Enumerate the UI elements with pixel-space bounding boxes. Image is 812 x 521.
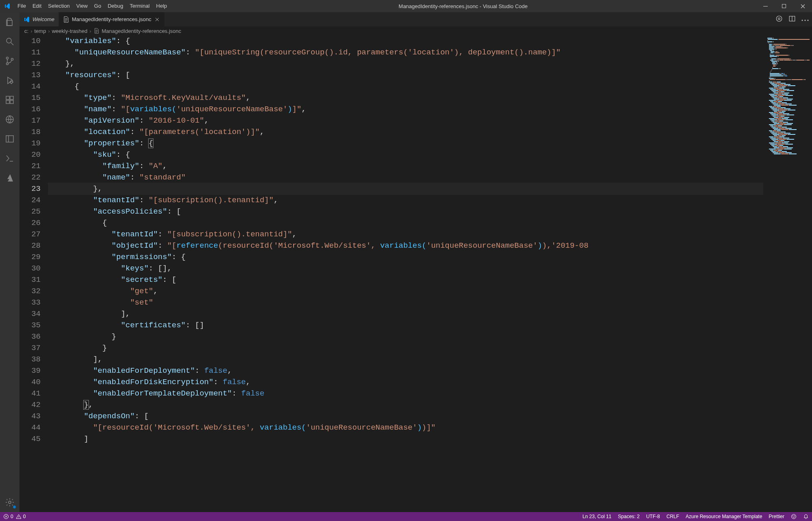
line-number[interactable]: 21 [19,160,41,172]
code-line[interactable]: "enabledForDeployment": false, [48,365,763,376]
code-line[interactable]: "variables": { [48,35,763,47]
status-spaces[interactable]: Spaces: 2 [618,514,639,519]
line-number[interactable]: 38 [19,354,41,365]
line-number[interactable]: 43 [19,411,41,422]
line-number[interactable]: 30 [19,263,41,274]
code-line[interactable]: "accessPolicies": [ [48,206,763,217]
activity-remote[interactable] [0,110,19,129]
code-line[interactable]: ], [48,354,763,365]
activity-explorer[interactable] [0,12,19,32]
code-line[interactable]: "type": "Microsoft.KeyVault/vaults", [48,92,763,104]
preview-icon[interactable] [775,15,783,24]
code-line[interactable]: "set" [48,297,763,308]
feedback-icon[interactable] [791,514,797,519]
activity-extensions[interactable] [0,90,19,110]
bell-icon[interactable] [803,514,809,519]
menu-help[interactable]: Help [153,0,171,12]
code-line[interactable]: "sku": { [48,149,763,160]
line-number[interactable]: 35 [19,320,41,331]
close-icon[interactable] [154,16,160,23]
status-errors[interactable]: 0 [3,514,13,519]
code-line[interactable]: }, [48,183,763,195]
menu-terminal[interactable]: Terminal [126,0,153,12]
line-number[interactable]: 10 [19,35,41,47]
line-number[interactable]: 42 [19,399,41,411]
menu-view[interactable]: View [73,0,91,12]
line-number[interactable]: 32 [19,285,41,297]
code-line[interactable]: { [48,81,763,92]
line-number[interactable]: 36 [19,331,41,342]
code-line[interactable]: "enabledForDiskEncryption": false, [48,376,763,388]
line-number[interactable]: 41 [19,388,41,399]
breadcrumbs[interactable]: c: › temp › weekly-trashed › ManagedIden… [19,26,812,35]
line-number[interactable]: 37 [19,342,41,354]
breadcrumb-part[interactable]: c: [24,28,28,34]
code-line[interactable]: "keys": [], [48,263,763,274]
menu-selection[interactable]: Selection [45,0,73,12]
menu-file[interactable]: File [14,0,29,12]
status-eol[interactable]: CRLF [666,514,679,519]
line-number[interactable]: 20 [19,149,41,160]
code-line[interactable]: "permissions": { [48,251,763,263]
status-language[interactable]: Azure Resource Manager Template [686,514,762,519]
code-line[interactable]: }, [48,399,763,411]
activity-settings[interactable] [0,493,19,512]
minimap[interactable] [763,35,812,512]
line-number[interactable]: 22 [19,172,41,183]
line-number-gutter[interactable]: 1011121314151617181920212223242526272829… [19,35,48,512]
line-number[interactable]: 34 [19,308,41,320]
code-line[interactable]: { [48,217,763,229]
code-line[interactable]: "uniqueResourceNameBase": "[uniqueString… [48,47,763,58]
line-number[interactable]: 12 [19,58,41,69]
code-line[interactable]: "apiVersion": "2016-10-01", [48,115,763,126]
activity-side-panel[interactable] [0,129,19,149]
line-number[interactable]: 23 [19,183,41,195]
split-editor-icon[interactable] [788,15,796,24]
status-formatter[interactable]: Prettier [769,514,784,519]
code-line[interactable]: "dependsOn": [ [48,411,763,422]
code-line[interactable]: "tenantId": "[subscription().tenantid]", [48,195,763,206]
minimize-button[interactable] [756,0,775,12]
line-number[interactable]: 15 [19,92,41,104]
code-line[interactable]: "enabledForTemplateDeployment": false [48,388,763,399]
maximize-button[interactable] [775,0,793,12]
line-number[interactable]: 33 [19,297,41,308]
line-number[interactable]: 45 [19,433,41,445]
line-number[interactable]: 17 [19,115,41,126]
code-line[interactable]: "name": "[variables('uniqueResourceNameB… [48,104,763,115]
code-line[interactable]: "objectId": "[reference(resourceId('Micr… [48,240,763,251]
code-line[interactable]: }, [48,58,763,69]
code-line[interactable]: ], [48,308,763,320]
code-line[interactable]: "get", [48,285,763,297]
breadcrumb-part[interactable]: ManagedIdentity-references.jsonc [102,28,181,34]
code-line[interactable]: "tenantId": "[subscription().tenantid]", [48,229,763,240]
activity-terminal[interactable] [0,149,19,168]
close-button[interactable] [793,0,812,12]
activity-source-control[interactable] [0,51,19,71]
line-number[interactable]: 24 [19,195,41,206]
code-line[interactable]: "family": "A", [48,160,763,172]
menu-edit[interactable]: Edit [29,0,45,12]
code-editor[interactable]: "variables": { "uniqueResourceNameBase":… [48,35,763,512]
code-line[interactable]: "resources": [ [48,69,763,81]
line-number[interactable]: 11 [19,47,41,58]
line-number[interactable]: 44 [19,422,41,433]
line-number[interactable]: 18 [19,126,41,138]
line-number[interactable]: 14 [19,81,41,92]
breadcrumb-part[interactable]: weekly-trashed [52,28,87,34]
code-line[interactable]: "location": "[parameters('location')]", [48,126,763,138]
code-line[interactable]: } [48,342,763,354]
code-line[interactable]: "certificates": [] [48,320,763,331]
code-line[interactable]: "secrets": [ [48,274,763,285]
status-encoding[interactable]: UTF-8 [646,514,660,519]
line-number[interactable]: 13 [19,69,41,81]
line-number[interactable]: 16 [19,104,41,115]
code-line[interactable]: } [48,331,763,342]
line-number[interactable]: 25 [19,206,41,217]
status-warnings[interactable]: 0 [16,514,26,519]
more-icon[interactable] [801,16,809,22]
line-number[interactable]: 29 [19,251,41,263]
menu-go[interactable]: Go [91,0,104,12]
line-number[interactable]: 28 [19,240,41,251]
breadcrumb-part[interactable]: temp [34,28,46,34]
